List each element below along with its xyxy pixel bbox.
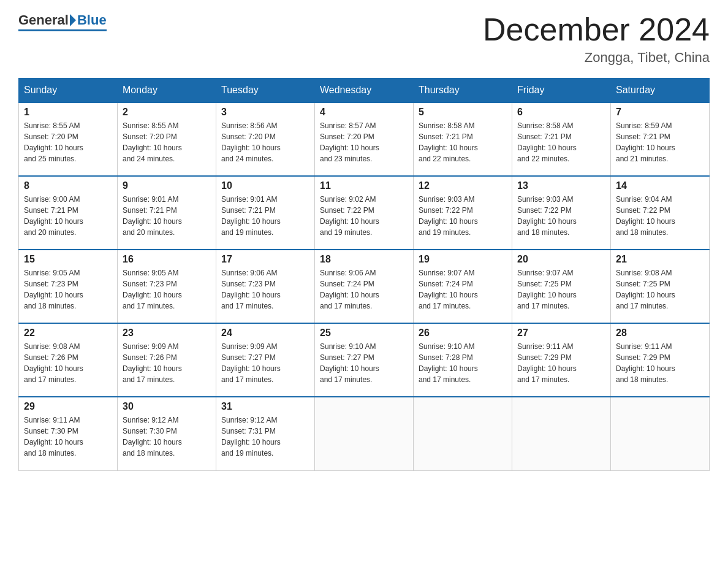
calendar-cell: 21Sunrise: 9:08 AMSunset: 7:25 PMDayligh… [611,250,710,323]
logo-blue-text: Blue [77,12,107,28]
calendar-cell: 23Sunrise: 9:09 AMSunset: 7:26 PMDayligh… [118,323,216,397]
day-info: Sunrise: 9:12 AMSunset: 7:31 PMDaylight:… [221,415,309,459]
calendar-cell: 10Sunrise: 9:01 AMSunset: 7:21 PMDayligh… [216,176,315,250]
calendar-week-row: 8Sunrise: 9:00 AMSunset: 7:21 PMDaylight… [19,176,710,250]
day-number: 14 [616,180,704,191]
day-number: 15 [24,254,112,265]
day-number: 22 [24,327,112,339]
day-number: 5 [419,107,507,118]
calendar-cell: 28Sunrise: 9:11 AMSunset: 7:29 PMDayligh… [611,323,710,397]
day-info: Sunrise: 9:09 AMSunset: 7:27 PMDaylight:… [221,341,309,385]
calendar-cell: 30Sunrise: 9:12 AMSunset: 7:30 PMDayligh… [118,397,216,470]
calendar-cell: 2Sunrise: 8:55 AMSunset: 7:20 PMDaylight… [118,102,216,176]
calendar-title: December 2024 [483,12,710,47]
calendar-cell [611,397,710,470]
day-info: Sunrise: 9:09 AMSunset: 7:26 PMDaylight:… [123,341,211,385]
day-number: 12 [419,180,507,191]
day-info: Sunrise: 9:06 AMSunset: 7:24 PMDaylight:… [320,267,408,312]
day-number: 3 [221,107,309,118]
calendar-cell: 7Sunrise: 8:59 AMSunset: 7:21 PMDaylight… [611,102,710,176]
calendar-cell: 17Sunrise: 9:06 AMSunset: 7:23 PMDayligh… [216,250,315,323]
calendar-cell: 27Sunrise: 9:11 AMSunset: 7:29 PMDayligh… [512,323,611,397]
day-number: 17 [221,254,309,265]
day-number: 7 [616,107,704,118]
calendar-cell [315,397,414,470]
day-info: Sunrise: 8:58 AMSunset: 7:21 PMDaylight:… [517,120,605,164]
day-number: 16 [123,254,211,265]
day-info: Sunrise: 9:05 AMSunset: 7:23 PMDaylight:… [24,267,112,312]
day-number: 9 [123,180,211,191]
day-number: 8 [24,180,112,191]
day-number: 30 [123,401,211,412]
calendar-cell: 14Sunrise: 9:04 AMSunset: 7:22 PMDayligh… [611,176,710,250]
calendar-cell: 22Sunrise: 9:08 AMSunset: 7:26 PMDayligh… [19,323,118,397]
day-number: 27 [517,327,605,339]
day-info: Sunrise: 9:04 AMSunset: 7:22 PMDaylight:… [616,194,704,238]
calendar-header-row: SundayMondayTuesdayWednesdayThursdayFrid… [19,79,710,103]
title-section: December 2024 Zongga, Tibet, China [483,12,710,66]
calendar-cell: 31Sunrise: 9:12 AMSunset: 7:31 PMDayligh… [216,397,315,470]
day-info: Sunrise: 9:02 AMSunset: 7:22 PMDaylight:… [320,194,408,238]
col-header-thursday: Thursday [414,79,512,103]
calendar-cell: 4Sunrise: 8:57 AMSunset: 7:20 PMDaylight… [315,102,414,176]
logo-triangle-icon [70,14,76,26]
day-number: 23 [123,327,211,339]
day-info: Sunrise: 9:00 AMSunset: 7:21 PMDaylight:… [24,194,112,238]
day-info: Sunrise: 9:08 AMSunset: 7:25 PMDaylight:… [616,267,704,312]
day-info: Sunrise: 9:01 AMSunset: 7:21 PMDaylight:… [221,194,309,238]
calendar-cell: 13Sunrise: 9:03 AMSunset: 7:22 PMDayligh… [512,176,611,250]
col-header-monday: Monday [118,79,216,103]
col-header-tuesday: Tuesday [216,79,315,103]
day-info: Sunrise: 9:05 AMSunset: 7:23 PMDaylight:… [123,267,211,312]
calendar-cell: 16Sunrise: 9:05 AMSunset: 7:23 PMDayligh… [118,250,216,323]
day-info: Sunrise: 8:58 AMSunset: 7:21 PMDaylight:… [419,120,507,164]
calendar-cell: 12Sunrise: 9:03 AMSunset: 7:22 PMDayligh… [414,176,512,250]
day-info: Sunrise: 9:07 AMSunset: 7:25 PMDaylight:… [517,267,605,312]
calendar-cell: 20Sunrise: 9:07 AMSunset: 7:25 PMDayligh… [512,250,611,323]
calendar-table: SundayMondayTuesdayWednesdayThursdayFrid… [18,78,710,471]
day-info: Sunrise: 8:55 AMSunset: 7:20 PMDaylight:… [123,120,211,164]
calendar-cell: 11Sunrise: 9:02 AMSunset: 7:22 PMDayligh… [315,176,414,250]
calendar-cell: 5Sunrise: 8:58 AMSunset: 7:21 PMDaylight… [414,102,512,176]
day-info: Sunrise: 9:10 AMSunset: 7:27 PMDaylight:… [320,341,408,385]
calendar-cell: 6Sunrise: 8:58 AMSunset: 7:21 PMDaylight… [512,102,611,176]
day-info: Sunrise: 9:08 AMSunset: 7:26 PMDaylight:… [24,341,112,385]
day-number: 29 [24,401,112,412]
day-info: Sunrise: 9:03 AMSunset: 7:22 PMDaylight:… [419,194,507,238]
day-info: Sunrise: 9:01 AMSunset: 7:21 PMDaylight:… [123,194,211,238]
day-number: 18 [320,254,408,265]
col-header-wednesday: Wednesday [315,79,414,103]
calendar-cell: 15Sunrise: 9:05 AMSunset: 7:23 PMDayligh… [19,250,118,323]
day-info: Sunrise: 8:55 AMSunset: 7:20 PMDaylight:… [24,120,112,164]
day-info: Sunrise: 9:11 AMSunset: 7:30 PMDaylight:… [24,415,112,459]
day-number: 13 [517,180,605,191]
day-info: Sunrise: 9:03 AMSunset: 7:22 PMDaylight:… [517,194,605,238]
calendar-subtitle: Zongga, Tibet, China [483,50,710,66]
col-header-saturday: Saturday [611,79,710,103]
day-number: 6 [517,107,605,118]
calendar-week-row: 15Sunrise: 9:05 AMSunset: 7:23 PMDayligh… [19,250,710,323]
day-number: 25 [320,327,408,339]
day-info: Sunrise: 8:56 AMSunset: 7:20 PMDaylight:… [221,120,309,164]
day-info: Sunrise: 8:57 AMSunset: 7:20 PMDaylight:… [320,120,408,164]
calendar-week-row: 22Sunrise: 9:08 AMSunset: 7:26 PMDayligh… [19,323,710,397]
day-number: 21 [616,254,704,265]
calendar-cell: 19Sunrise: 9:07 AMSunset: 7:24 PMDayligh… [414,250,512,323]
col-header-sunday: Sunday [19,79,118,103]
day-number: 24 [221,327,309,339]
day-number: 20 [517,254,605,265]
day-info: Sunrise: 9:11 AMSunset: 7:29 PMDaylight:… [616,341,704,385]
calendar-week-row: 1Sunrise: 8:55 AMSunset: 7:20 PMDaylight… [19,102,710,176]
day-info: Sunrise: 9:06 AMSunset: 7:23 PMDaylight:… [221,267,309,312]
calendar-cell [512,397,611,470]
calendar-cell: 9Sunrise: 9:01 AMSunset: 7:21 PMDaylight… [118,176,216,250]
day-number: 19 [419,254,507,265]
day-info: Sunrise: 9:07 AMSunset: 7:24 PMDaylight:… [419,267,507,312]
day-info: Sunrise: 9:11 AMSunset: 7:29 PMDaylight:… [517,341,605,385]
day-number: 11 [320,180,408,191]
calendar-cell: 26Sunrise: 9:10 AMSunset: 7:28 PMDayligh… [414,323,512,397]
calendar-cell: 18Sunrise: 9:06 AMSunset: 7:24 PMDayligh… [315,250,414,323]
day-number: 1 [24,107,112,118]
day-info: Sunrise: 9:10 AMSunset: 7:28 PMDaylight:… [419,341,507,385]
day-number: 4 [320,107,408,118]
